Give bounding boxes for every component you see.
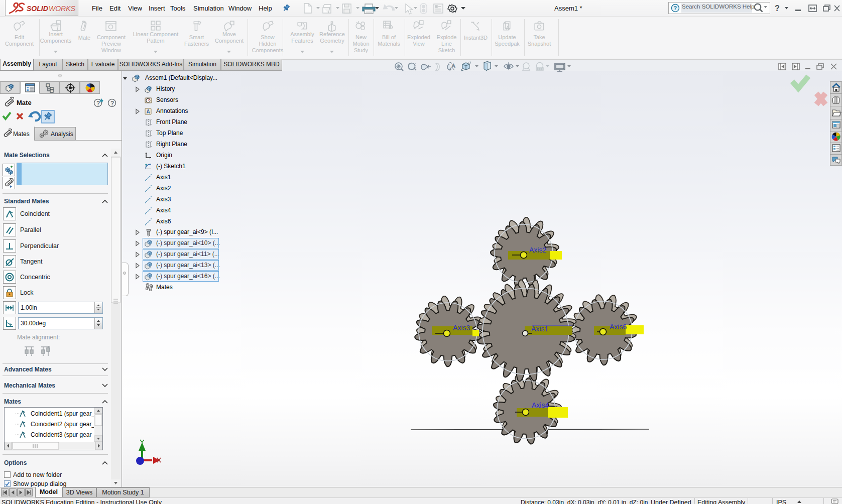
svg-text:?: ? <box>775 4 780 13</box>
svg-text:Axis4: Axis4 <box>532 401 549 409</box>
svg-text:?: ? <box>96 100 100 107</box>
svg-text:Axis2: Axis2 <box>529 246 546 254</box>
svg-text:WORKS: WORKS <box>49 5 76 13</box>
svg-text:?: ? <box>674 5 677 11</box>
svg-text:Axis6: Axis6 <box>610 323 627 331</box>
svg-text:Axis1: Axis1 <box>531 325 548 333</box>
svg-text:SOLID: SOLID <box>27 5 48 13</box>
svg-text:?: ? <box>110 100 114 107</box>
svg-text:A: A <box>452 63 455 68</box>
svg-text:Axis3: Axis3 <box>453 324 470 332</box>
